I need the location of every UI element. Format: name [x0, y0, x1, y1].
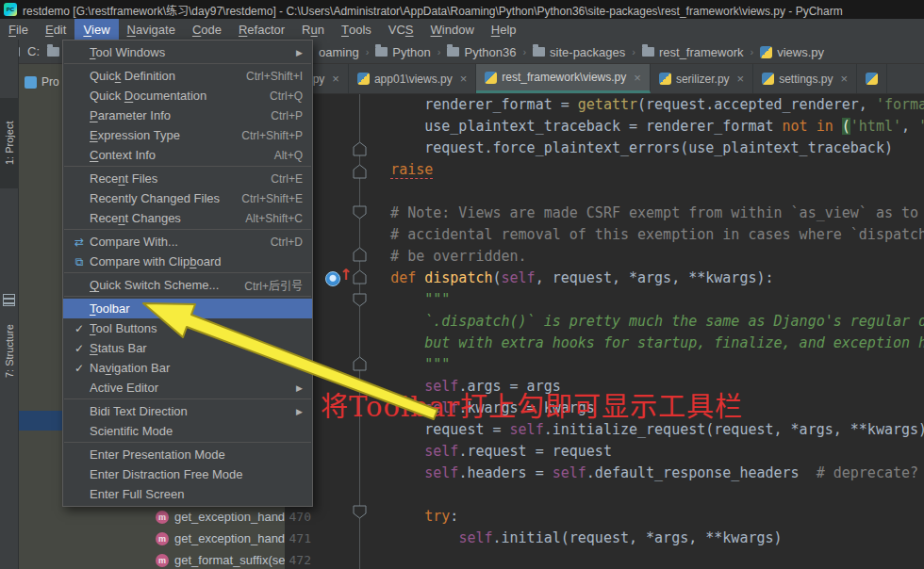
breadcrumb-item-site-packages[interactable]: site-packages: [533, 45, 625, 59]
menubar-item-run[interactable]: Run: [293, 19, 333, 40]
breadcrumb-item-views-py[interactable]: views.py: [760, 45, 824, 59]
tab-label: serilizer.py: [676, 73, 730, 86]
menubar-item-view[interactable]: View: [74, 19, 118, 40]
python-file-icon: [485, 72, 497, 84]
tab-label: rest_framework\views.py: [502, 71, 626, 84]
project-icon: [25, 76, 37, 89]
menu-item-tool-buttons[interactable]: ✓Tool Buttons: [63, 318, 312, 338]
drive-crumb[interactable]: C:: [27, 44, 40, 58]
menu-item-label: Compare With...: [90, 235, 271, 249]
code-line: `.dispatch()` is pretty much the same as…: [321, 311, 924, 333]
menu-item-status-bar[interactable]: ✓Status Bar: [63, 338, 312, 358]
structure-icon: [3, 294, 15, 306]
menu-item-enter-presentation-mode[interactable]: Enter Presentation Mode: [63, 445, 312, 464]
code-line: # Note: Views are made CSRF exempt from …: [321, 203, 924, 224]
breadcrumb-item-rest-framework[interactable]: rest_framework: [642, 45, 744, 59]
menu-item-shortcut: Ctrl+Q: [270, 89, 303, 103]
tool-window-button-structure[interactable]: 7: Structure: [0, 311, 19, 392]
menu-item-recently-changed-files[interactable]: Recently Changed FilesCtrl+Shift+E: [63, 188, 312, 208]
menu-item-parameter-info[interactable]: Parameter InfoCtrl+P: [63, 106, 312, 125]
menu-item-label: Recent Files: [90, 171, 271, 186]
menu-item-quick-definition[interactable]: Quick DefinitionCtrl+Shift+I: [63, 66, 312, 86]
breadcrumb-item-python[interactable]: Python: [375, 45, 430, 59]
bookmark-dot-icon: [325, 271, 340, 286]
menu-separator: [64, 166, 311, 167]
tab-serilizer-py[interactable]: serilizer.py×: [651, 64, 753, 93]
breadcrumb: oaming›Python›Python36›site-packages›res…: [319, 40, 824, 64]
breadcrumb-label: Python36: [464, 45, 516, 59]
breadcrumb-item-python36[interactable]: Python36: [447, 45, 516, 59]
structure-item-get-exception-handle[interactable]: mget_exception_handle: [19, 506, 285, 528]
menubar-item-tools[interactable]: Tools: [333, 19, 380, 40]
menubar-item-navigate[interactable]: Navigate: [119, 19, 184, 40]
breadcrumb-item-oaming[interactable]: oaming: [319, 45, 359, 59]
menu-item-label: Quick Switch Scheme...: [90, 278, 244, 292]
menu-item-shortcut: Ctrl+E: [271, 172, 303, 186]
menu-item-enter-distraction-free-mode[interactable]: Enter Distraction Free Mode: [63, 464, 312, 484]
close-icon[interactable]: ×: [841, 72, 849, 86]
breadcrumb-separator: ›: [522, 46, 526, 57]
checkmark-icon: ✓: [69, 322, 90, 335]
code-line: [321, 484, 924, 506]
menubar-item-code[interactable]: Code: [184, 19, 230, 40]
menu-item-toolbar[interactable]: Toolbar: [63, 299, 312, 318]
menu-item-enter-full-screen[interactable]: Enter Full Screen: [63, 484, 312, 504]
tab-bar: urls.py×app01\views.py×rest_framework\vi…: [283, 64, 924, 94]
close-icon[interactable]: ×: [332, 72, 339, 86]
pycharm-logo-icon: PC: [4, 3, 17, 16]
folder-icon: [642, 47, 654, 57]
menubar-item-edit[interactable]: Edit: [37, 19, 74, 40]
code-line: """: [321, 289, 924, 311]
folder-icon: [47, 47, 59, 57]
menu-item-expression-type[interactable]: Expression TypeCtrl+Shift+P: [63, 125, 312, 145]
view-menu-popup: Tool Windows▶Quick DefinitionCtrl+Shift+…: [62, 40, 313, 507]
menu-item-scientific-mode[interactable]: Scientific Mode: [63, 421, 312, 441]
menu-item-label: Enter Distraction Free Mode: [90, 467, 303, 481]
menu-item-context-info[interactable]: Context InfoAlt+Q: [63, 145, 312, 165]
code-line: request.force_plaintext_errors(use_plain…: [321, 138, 924, 159]
menubar-item-help[interactable]: Help: [483, 19, 525, 40]
tab-rest-framework-views-py[interactable]: rest_framework\views.py×: [476, 64, 651, 93]
code-area: renderer_format = getattr(request.accept…: [321, 94, 924, 569]
menubar-item-vcs[interactable]: VCS: [380, 19, 422, 40]
menu-item-compare-with[interactable]: ⇄Compare With...Ctrl+D: [63, 232, 312, 252]
menu-item-recent-changes[interactable]: Recent ChangesAlt+Shift+C: [63, 208, 312, 228]
menubar-item-window[interactable]: Window: [422, 19, 483, 40]
close-icon[interactable]: ×: [460, 72, 468, 86]
menu-item-active-editor[interactable]: Active Editor▶: [63, 378, 312, 398]
breadcrumb-label: rest_framework: [659, 45, 744, 59]
menu-item-shortcut: Alt+Q: [274, 149, 303, 162]
tab-partial[interactable]: [857, 64, 887, 93]
tab-app01-views-py[interactable]: app01\views.py×: [349, 64, 476, 93]
menu-item-label: Scientific Mode: [90, 424, 303, 438]
breadcrumb-label: oaming: [319, 45, 359, 59]
breadcrumb-separator: ›: [751, 46, 754, 57]
menu-item-compare-with-clipboard[interactable]: ⧉Compare with Clipboard: [63, 252, 312, 271]
python-file-icon: [866, 73, 878, 85]
breadcrumb-separator: ›: [366, 46, 370, 57]
menu-item-bidi-text-direction[interactable]: Bidi Text Direction▶: [63, 401, 312, 421]
menu-item-tool-windows[interactable]: Tool Windows▶: [63, 42, 312, 62]
menu-item-label: Bidi Text Direction: [90, 404, 296, 418]
structure-item-get-format-suffix-self[interactable]: mget_format_suffix(self,: [19, 549, 285, 569]
menu-item-shortcut: Ctrl+D: [271, 236, 303, 249]
tab-label: app01\views.py: [374, 73, 453, 86]
menubar-item-refactor[interactable]: Refactor: [230, 19, 293, 40]
window-title: restdemo [G:\restframework\练习\day97\rest…: [23, 2, 843, 18]
menu-item-recent-files[interactable]: Recent FilesCtrl+E: [63, 169, 312, 188]
menu-item-quick-switch-scheme[interactable]: Quick Switch Scheme...Ctrl+后引号: [63, 275, 312, 295]
menubar-item-file[interactable]: File: [0, 19, 37, 40]
menu-item-shortcut: Ctrl+Shift+E: [241, 192, 303, 205]
close-icon[interactable]: ×: [737, 72, 745, 86]
menu-item-quick-documentation[interactable]: Quick DocumentationCtrl+Q: [63, 86, 312, 106]
menu-item-label: Status Bar: [90, 341, 303, 355]
menu-item-shortcut: Alt+Shift+C: [245, 212, 303, 225]
menu-item-label: Quick Definition: [90, 69, 246, 83]
menu-separator: [64, 296, 311, 297]
menu-item-navigation-bar[interactable]: ✓Navigation Bar: [63, 358, 312, 378]
pycharm-window: PC restdemo [G:\restframework\练习\day97\r…: [0, 0, 924, 569]
tool-window-button-project[interactable]: 1: Project: [0, 98, 19, 188]
close-icon[interactable]: ×: [634, 71, 641, 85]
structure-item-get-exception-handle[interactable]: mget_exception_handle: [19, 528, 285, 549]
tab-settings-py[interactable]: settings.py×: [753, 64, 857, 93]
